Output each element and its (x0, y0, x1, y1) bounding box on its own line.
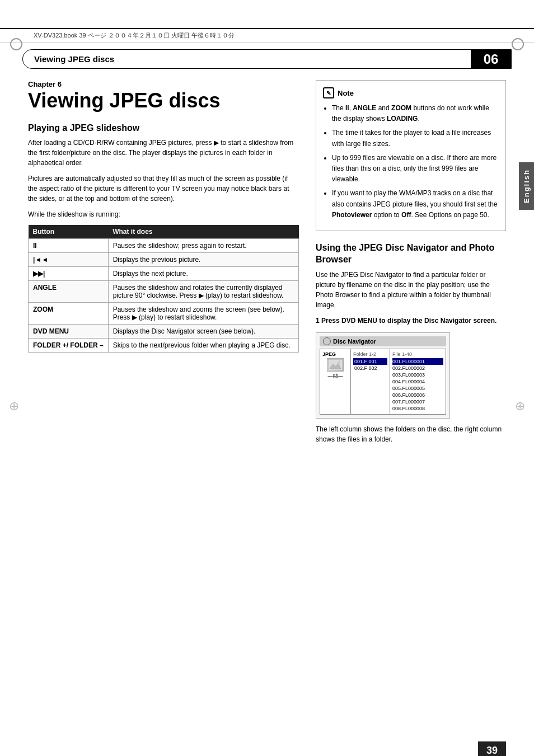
page-number: 39 (478, 741, 506, 756)
table-row: IIPauses the slideshow; press again to r… (29, 238, 299, 252)
chapter-title: Viewing JPEG discs (28, 90, 299, 112)
button-desc: Skips to the next/previous folder when p… (108, 338, 298, 352)
disc-nav-file-item: 006.FL000006 (392, 392, 443, 398)
disc-nav-file-item: 007.FL000007 (392, 398, 443, 405)
disc-nav-file-item: 001.FL000001 (392, 358, 443, 365)
disc-nav-right-pane: File 1-40 001.FL000001002.FL000002003.FL… (390, 349, 446, 414)
main-content: Chapter 6 Viewing JPEG discs Playing a J… (28, 80, 506, 444)
table-row: ANGLEPauses the slideshow and rotates th… (29, 280, 299, 302)
note-list: The II, ANGLE and ZOOM buttons do not wo… (323, 103, 499, 220)
folder-list: 001.F 001002.F 002 (353, 358, 387, 372)
table-row: ZOOMPauses the slideshow and zooms the s… (29, 302, 299, 324)
playing-heading: Playing a JPEG slideshow (28, 123, 299, 133)
right-column: ✎ Note The II, ANGLE and ZOOM buttons do… (316, 80, 506, 444)
button-name: ZOOM (29, 302, 109, 324)
step1-label: 1 Press DVD MENU to display the Disc Nav… (316, 317, 496, 325)
file-header: File 1-40 (392, 351, 443, 357)
svg-point-2 (338, 361, 341, 364)
chapter-label: Chapter 6 (28, 80, 299, 88)
table-row: FOLDER +/ FOLDER –Skips to the next/prev… (29, 338, 299, 352)
folder-header: Folder 1-2 (353, 351, 387, 357)
disc-navigator-screenshot: Disc Navigator JPEG —鷗— (316, 332, 450, 419)
disc-nav-file-item: 005.FL000005 (392, 385, 443, 392)
note-label: Note (338, 89, 354, 97)
disc-nav-thumbnail (327, 358, 344, 372)
note-item: Up to 999 files are viewable on a disc. … (332, 153, 499, 185)
table-col1: Button (29, 225, 109, 239)
corner-mark-tl (10, 38, 22, 50)
disc-nav-file-item: 004.FL000004 (392, 378, 443, 385)
mid-cross-right: ⊕ (515, 400, 525, 412)
disc-nav-caption: The left column shows the folders on the… (316, 424, 506, 444)
button-desc: Displays the next picture. (108, 266, 298, 280)
disc-nav-body: JPEG —鷗— Folder 1-2 001. (320, 349, 446, 415)
button-name: II (29, 238, 109, 252)
note-item: The II, ANGLE and ZOOM buttons do not wo… (332, 103, 499, 124)
using-heading-text: Using the JPEG Disc Navigator and Photo … (316, 243, 494, 264)
page: XV-DV323.book 39 ページ ２００４年２月１０日 火曜日 午後６時… (0, 28, 534, 756)
table-row: |◄◄Displays the previous picture. (29, 252, 299, 266)
disc-nav-disc-icon (323, 337, 331, 345)
step1-text: 1 Press DVD MENU to display the Disc Nav… (316, 316, 506, 326)
button-desc: Pauses the slideshow; press again to res… (108, 238, 298, 252)
note-item: The time it takes for the player to load… (332, 128, 499, 149)
note-heading: ✎ Note (323, 87, 499, 98)
disc-nav-file-item: 008.FL000008 (392, 405, 443, 412)
playing-text-3: While the slideshow is running: (28, 209, 299, 219)
bottom-bar: 39 En (478, 741, 506, 756)
note-box: ✎ Note The II, ANGLE and ZOOM buttons do… (316, 80, 506, 231)
button-table: Button What it does IIPauses the slidesh… (28, 225, 299, 353)
button-name: DVD MENU (29, 324, 109, 338)
chapter-num: 06 (471, 50, 511, 68)
button-desc: Pauses the slideshow and zooms the scree… (108, 302, 298, 324)
table-col2: What it does (108, 225, 298, 239)
disc-nav-mid-pane: Folder 1-2 001.F 001002.F 002 (351, 349, 390, 414)
button-desc: Displays the previous picture. (108, 252, 298, 266)
button-name: ANGLE (29, 280, 109, 302)
file-list: 001.FL000001002.FL000002003.FL000003004.… (392, 358, 443, 412)
button-desc: Pauses the slideshow and rotates the cur… (108, 280, 298, 302)
header-strip: Viewing JPEG discs 06 (22, 49, 512, 69)
mid-cross-left: ⊕ (9, 400, 19, 412)
using-heading: Using the JPEG Disc Navigator and Photo … (316, 242, 506, 266)
header-title: Viewing JPEG discs (23, 50, 471, 68)
left-column: Chapter 6 Viewing JPEG discs Playing a J… (28, 80, 299, 444)
top-bar-text: XV-DV323.book 39 ページ ２００４年２月１０日 火曜日 午後６時… (34, 31, 235, 40)
top-bar: XV-DV323.book 39 ページ ２００４年２月１０日 火曜日 午後６時… (0, 28, 534, 43)
english-tab: English (519, 162, 534, 210)
button-name: FOLDER +/ FOLDER – (29, 338, 109, 352)
disc-nav-title-bar: Disc Navigator (320, 336, 446, 346)
disc-nav-left-label: —鷗— (322, 373, 348, 380)
corner-mark-tr (512, 38, 524, 50)
using-text: Use the JPEG Disc Navigator to find a pa… (316, 270, 506, 310)
disc-nav-file-item: 002.FL000002 (392, 365, 443, 372)
disc-nav-file-item: 003.FL000003 (392, 372, 443, 378)
button-desc: Displays the Disc Navigator screen (see … (108, 324, 298, 338)
disc-nav-title: Disc Navigator (333, 338, 376, 345)
table-row: DVD MENUDisplays the Disc Navigator scre… (29, 324, 299, 338)
disc-nav-left-pane: JPEG —鷗— (320, 349, 351, 414)
button-name: |◄◄ (29, 252, 109, 266)
button-name: ▶▶| (29, 266, 109, 280)
playing-text-2: Pictures are automatically adjusted so t… (28, 173, 299, 204)
disc-nav-folder-item: 001.F 001 (353, 358, 387, 365)
note-icon: ✎ (323, 87, 334, 98)
disc-nav-folder-item: 002.F 002 (353, 365, 387, 372)
note-item: If you want to play the WMA/MP3 tracks o… (332, 188, 499, 220)
jpeg-label: JPEG (322, 351, 348, 357)
playing-text-1: After loading a CD/CD-R/RW containing JP… (28, 138, 299, 168)
table-row: ▶▶|Displays the next picture. (29, 266, 299, 280)
